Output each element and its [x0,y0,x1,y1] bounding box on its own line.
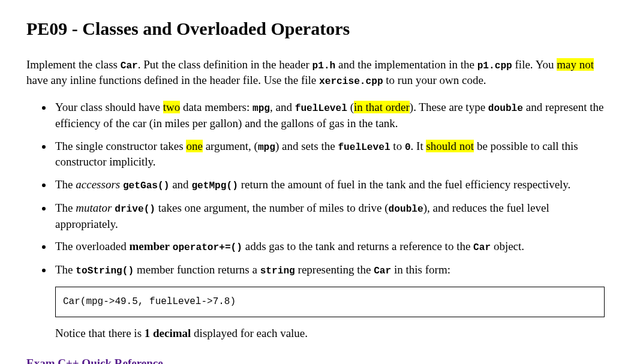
text: ). These are type [410,101,488,113]
code-car: Car [374,266,391,276]
text: The [55,263,76,276]
page-title: PE09 - Classes and Overloaded Operators [26,17,605,41]
highlight-two: two [163,101,181,113]
intro-paragraph: Implement the class Car. Put the class d… [26,57,605,89]
code-example-box: Car(mpg->49.5, fuelLevel->7.8) [55,287,605,318]
highlight-may-not: may not [557,58,594,71]
highlight-should-not: should not [426,140,474,152]
code-p1cpp: p1.cpp [477,61,512,71]
code-tostring: toString() [76,266,134,276]
text: representing the [295,263,374,276]
text: to run your own code. [383,74,486,86]
text: . It [411,140,426,152]
note-paragraph: Notice that there is 1 decimal displayed… [55,326,605,341]
code-double: double [488,103,523,114]
code-mpg: mpg [258,142,275,153]
quick-reference-link[interactable]: Exam C++ Quick Reference [26,357,163,364]
code-double: double [389,204,423,215]
code-xercise: xercise.cpp [319,76,383,87]
highlight-order: in that order [354,101,410,113]
code-car: Car [473,242,491,253]
list-item: The overloaded member operator+=() adds … [53,239,605,255]
text: The overloaded [55,240,129,252]
text: member function returns a [134,263,260,276]
text: displayed for each value. [191,327,308,339]
list-item: The mutator drive() takes one argument, … [53,200,605,231]
list-item: The single constructor takes one argumen… [53,139,605,170]
text: ) and sets the [275,140,338,152]
text: to [390,140,405,152]
text: argument, ( [203,140,258,152]
code-car: Car [121,61,138,71]
text: return the amount of fuel in the tank an… [238,178,570,191]
bold-member: member [129,240,170,252]
list-item: Your class should have two data members:… [53,100,605,131]
emphasis-mutator: mutator [76,201,112,214]
code-fuellevel: fuelLevel [295,103,347,114]
text: , and [270,101,295,113]
highlight-one: one [186,140,202,152]
code-getmpg: getMpg() [191,181,238,191]
code-mpg: mpg [253,103,270,114]
emphasis-accessors: accessors [76,178,120,191]
text: and [169,178,191,191]
text: ( [347,101,354,113]
text: file. You [512,58,557,71]
text: have any inline functions defined in the… [26,74,319,86]
text: Your class should have [55,101,163,113]
text: takes one argument, the number of miles … [155,201,389,214]
code-operator: operator+=() [173,242,242,253]
text: . Put the class definition in the header [138,58,313,71]
text: data members: [180,101,253,113]
text: adds gas to the tank and returns a refer… [242,240,473,252]
text: Implement the class [26,58,121,71]
text: The [55,201,76,214]
requirements-list: Your class should have two data members:… [26,100,605,341]
code-drive: drive() [115,204,155,215]
code-getgas: getGas() [123,181,170,191]
text: The [55,178,76,191]
text: in this form: [391,263,450,276]
list-item: The toString() member function returns a… [53,262,605,341]
bold-1-decimal: 1 decimal [145,327,191,339]
code-string: string [260,266,295,276]
list-item: The accessors getGas() and getMpg() retu… [53,177,605,193]
text: object. [491,240,524,252]
text: and the implementation in the [335,58,477,71]
code-zero: 0 [405,142,411,153]
code-p1h: p1.h [313,61,336,71]
code-fuellevel: fuelLevel [338,142,390,153]
text: Notice that there is [55,327,145,339]
text: The single constructor takes [55,140,186,152]
